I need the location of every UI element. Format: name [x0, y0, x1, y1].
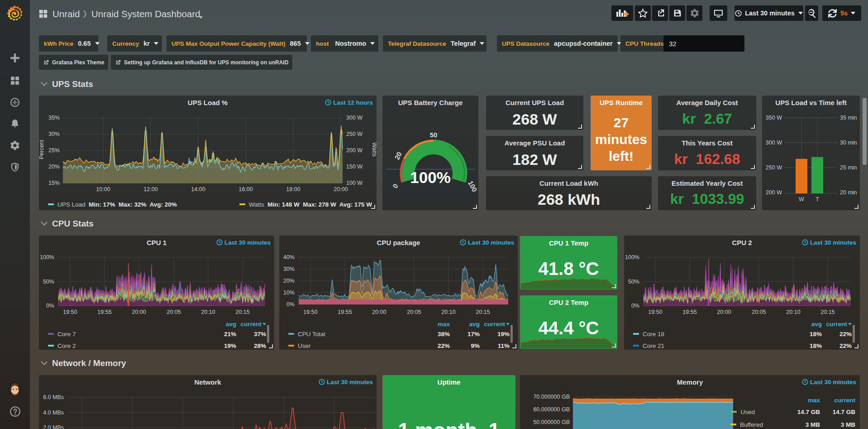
svg-text:20: 20 — [393, 151, 403, 161]
svg-text:50: 50 — [430, 131, 438, 139]
